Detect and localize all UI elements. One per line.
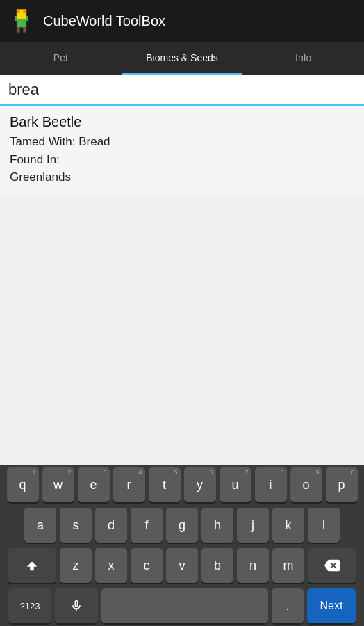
search-area (0, 75, 364, 106)
tab-biomes-seeds[interactable]: Biomes & Seeds (122, 42, 243, 75)
svg-rect-5 (17, 19, 26, 28)
key-i[interactable]: i8 (255, 467, 287, 502)
key-u[interactable]: u7 (220, 467, 251, 502)
key-next[interactable]: Next (307, 588, 356, 623)
tab-info[interactable]: Info (242, 42, 364, 75)
result-found-in: Found In: (10, 151, 354, 169)
keyboard: q1 w2 e3 r4 t5 y6 u7 i8 o9 p0 a s d f g … (0, 465, 364, 626)
key-t[interactable]: t5 (149, 467, 181, 502)
key-z[interactable]: z (60, 548, 92, 583)
svg-rect-1 (17, 9, 20, 13)
key-c[interactable]: c (131, 548, 163, 583)
key-shift[interactable] (8, 548, 56, 583)
key-a[interactable]: a (24, 508, 56, 543)
key-numbers[interactable]: ?123 (8, 588, 51, 623)
key-o[interactable]: o9 (290, 467, 322, 502)
svg-rect-2 (23, 9, 26, 13)
key-v[interactable]: v (166, 548, 198, 583)
empty-area (0, 195, 364, 348)
search-results: Bark Beetle Tamed With: Bread Found In: … (0, 106, 364, 195)
result-tamed-with: Tamed With: Bread (10, 133, 354, 151)
svg-rect-7 (23, 28, 26, 33)
key-k[interactable]: k (272, 508, 304, 543)
key-g[interactable]: g (166, 508, 198, 543)
key-l[interactable]: l (308, 508, 340, 543)
key-b[interactable]: b (201, 548, 233, 583)
app-icon (8, 8, 35, 34)
svg-rect-3 (15, 16, 17, 21)
keyboard-row-3: z x c v b n m (0, 545, 364, 586)
keyboard-row-2: a s d f g h j k l (0, 505, 364, 545)
svg-rect-6 (17, 28, 20, 33)
key-p[interactable]: p0 (326, 467, 358, 502)
key-s[interactable]: s (60, 508, 92, 543)
tab-pet[interactable]: Pet (0, 42, 122, 75)
keyboard-row-1: q1 w2 e3 r4 t5 y6 u7 i8 o9 p0 (0, 465, 364, 505)
key-period[interactable]: . (272, 588, 304, 623)
keyboard-row-4: ?123 . Next (0, 586, 364, 626)
key-m[interactable]: m (272, 548, 304, 583)
result-name: Bark Beetle (10, 114, 354, 130)
key-f[interactable]: f (131, 508, 163, 543)
key-h[interactable]: h (201, 508, 233, 543)
key-w[interactable]: w2 (42, 467, 74, 502)
key-e[interactable]: e3 (78, 467, 110, 502)
app-title: CubeWorld ToolBox (43, 13, 165, 29)
result-location: Greenlands (10, 168, 354, 186)
key-space[interactable] (101, 588, 268, 623)
key-d[interactable]: d (95, 508, 127, 543)
key-backspace[interactable] (308, 548, 356, 583)
app-header: CubeWorld ToolBox (0, 0, 364, 42)
key-r[interactable]: r4 (113, 467, 145, 502)
key-mic[interactable] (55, 588, 98, 623)
key-q[interactable]: q1 (7, 467, 39, 502)
key-n[interactable]: n (237, 548, 269, 583)
tab-bar: Pet Biomes & Seeds Info (0, 42, 364, 75)
search-input[interactable] (8, 81, 356, 99)
key-j[interactable]: j (237, 508, 269, 543)
key-y[interactable]: y6 (184, 467, 216, 502)
svg-rect-4 (26, 16, 28, 21)
key-x[interactable]: x (95, 548, 127, 583)
